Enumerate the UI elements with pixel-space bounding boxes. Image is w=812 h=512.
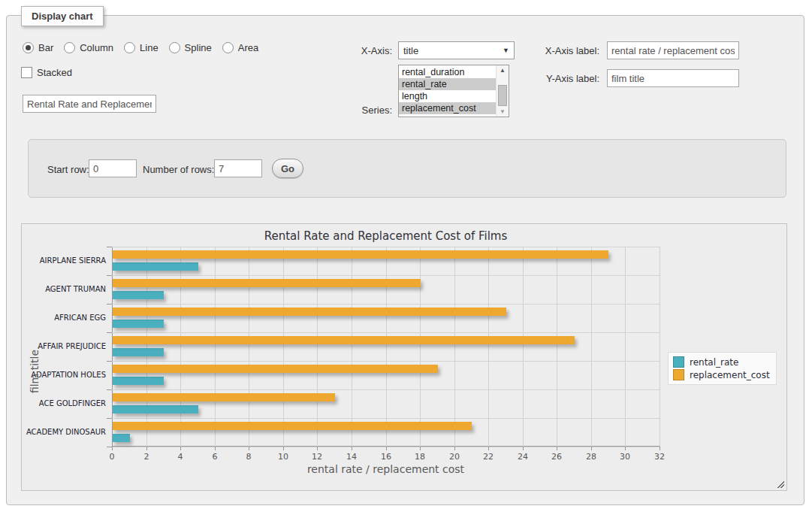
x-axis-tick xyxy=(660,447,660,450)
num-rows-label: Number of rows: xyxy=(143,164,214,175)
stacked-option[interactable]: Stacked xyxy=(21,67,72,78)
x-axis-title: rental rate / replacement cost xyxy=(112,463,660,475)
y-axis-tick xyxy=(107,389,112,390)
radio-selected-dot xyxy=(26,45,31,50)
x-axis-tick xyxy=(591,447,592,450)
x-axis-tick xyxy=(112,447,113,450)
x-tick-label: 30 xyxy=(614,452,636,462)
radio-column[interactable] xyxy=(64,42,75,53)
y-axis-tick xyxy=(107,418,112,419)
x-tick-label: 20 xyxy=(443,452,466,462)
bar-replacement_cost[interactable] xyxy=(113,308,506,316)
chart-title-input[interactable] xyxy=(23,95,156,113)
x-axis-tick xyxy=(215,447,216,450)
bar-rental_rate[interactable] xyxy=(113,291,164,299)
bar-replacement_cost[interactable] xyxy=(113,365,438,373)
bar-replacement_cost[interactable] xyxy=(113,250,608,259)
x-tick-label: 0 xyxy=(101,452,123,462)
x-tick-label: 14 xyxy=(340,452,363,462)
x-tick-label: 24 xyxy=(512,452,534,462)
x-axis-select[interactable]: title ▼ xyxy=(398,41,515,59)
chart-container: Rental Rate and Replacement Cost of Film… xyxy=(21,223,787,491)
bar-rental_rate[interactable] xyxy=(113,434,130,442)
stacked-checkbox-icon[interactable] xyxy=(21,67,32,78)
x-tick-label: 12 xyxy=(306,452,328,462)
radio-area[interactable] xyxy=(222,42,234,53)
y-axis-tick xyxy=(107,361,112,362)
bar-rental_rate[interactable] xyxy=(113,320,164,328)
chart-type-radio-group: BarColumnLineSplineArea xyxy=(23,42,264,53)
bar-rental_rate[interactable] xyxy=(113,348,164,356)
gridline-vertical xyxy=(625,247,626,447)
gridline-vertical xyxy=(557,247,557,447)
x-axis-selected-value: title xyxy=(403,45,418,56)
y-category-label: ACADEMY DINOSAUR xyxy=(23,418,106,447)
gridline-vertical xyxy=(146,247,147,447)
x-axis-tick xyxy=(283,447,284,450)
num-rows-input[interactable] xyxy=(214,159,262,177)
bar-replacement_cost[interactable] xyxy=(113,336,575,344)
legend-item-replacement_cost[interactable]: replacement_cost xyxy=(673,368,770,381)
legend-item-rental_rate[interactable]: rental_rate xyxy=(673,356,770,368)
x-axis-tick xyxy=(352,447,352,450)
radio-bar[interactable] xyxy=(23,42,34,53)
x-axis-label-input[interactable] xyxy=(607,41,739,59)
x-tick-label: 6 xyxy=(204,452,226,462)
series-listbox[interactable]: rental_durationrental_ratelengthreplacem… xyxy=(398,65,509,117)
series-select-label: Series: xyxy=(331,105,392,116)
radio-line[interactable] xyxy=(124,42,135,53)
bar-rental_rate[interactable] xyxy=(113,377,164,385)
y-axis-tick xyxy=(107,275,112,276)
scrollbar-up-icon[interactable]: ▲ xyxy=(497,67,509,74)
series-option-rental_duration[interactable]: rental_duration xyxy=(399,66,496,78)
x-axis-tick xyxy=(523,447,524,450)
x-tick-label: 32 xyxy=(648,452,671,462)
go-button[interactable]: Go xyxy=(272,159,303,178)
bar-rental_rate[interactable] xyxy=(113,262,198,271)
x-axis-tick xyxy=(420,447,421,450)
x-tick-label: 16 xyxy=(375,452,397,462)
series-options: rental_durationrental_ratelengthreplacem… xyxy=(399,66,496,114)
radio-label-line: Line xyxy=(140,42,158,53)
row-range-panel xyxy=(28,139,786,198)
x-axis-tick xyxy=(488,447,489,450)
chart-legend: rental_ratereplacement_cost xyxy=(668,352,777,385)
x-axis-tick xyxy=(386,447,387,450)
dropdown-arrow-icon: ▼ xyxy=(503,47,509,54)
legend-label: rental_rate xyxy=(684,357,738,368)
x-tick-label: 10 xyxy=(272,452,294,462)
radio-label-column: Column xyxy=(80,42,113,53)
series-scrollbar[interactable]: ▲ ▼ xyxy=(496,65,509,117)
bar-replacement_cost[interactable] xyxy=(113,279,421,287)
x-axis-tick xyxy=(146,447,147,450)
y-axis-label-label: Y-Axis label: xyxy=(533,73,599,84)
y-category-label: AIRPLANE SIERRA xyxy=(23,247,106,275)
scrollbar-down-icon[interactable]: ▼ xyxy=(497,108,509,115)
gridline-vertical xyxy=(317,247,318,447)
resize-handle-icon[interactable] xyxy=(776,480,784,488)
series-option-length[interactable]: length xyxy=(399,90,496,102)
gridline-vertical xyxy=(283,247,284,447)
x-tick-label: 28 xyxy=(580,452,602,462)
stacked-label: Stacked xyxy=(37,67,72,78)
y-axis-line xyxy=(112,247,113,447)
y-axis-tick xyxy=(107,247,112,247)
start-row-input[interactable] xyxy=(89,159,137,177)
x-tick-label: 2 xyxy=(135,452,158,462)
series-option-replacement_cost[interactable]: replacement_cost xyxy=(399,102,496,114)
x-axis-tick xyxy=(625,447,626,450)
radio-label-bar: Bar xyxy=(38,42,53,53)
bar-rental_rate[interactable] xyxy=(113,405,198,414)
bar-replacement_cost[interactable] xyxy=(113,422,472,430)
scrollbar-thumb[interactable] xyxy=(498,85,507,106)
y-axis-label-input[interactable] xyxy=(607,69,739,87)
bar-replacement_cost[interactable] xyxy=(113,393,335,401)
radio-spline[interactable] xyxy=(169,42,180,53)
x-tick-label: 26 xyxy=(545,452,568,462)
start-row-label: Start row: xyxy=(47,164,89,175)
series-option-rental_rate[interactable]: rental_rate xyxy=(399,78,496,90)
y-axis-tick xyxy=(107,304,112,304)
x-tick-label: 8 xyxy=(237,452,260,462)
x-axis-tick xyxy=(317,447,318,450)
gridline-vertical xyxy=(523,247,524,447)
